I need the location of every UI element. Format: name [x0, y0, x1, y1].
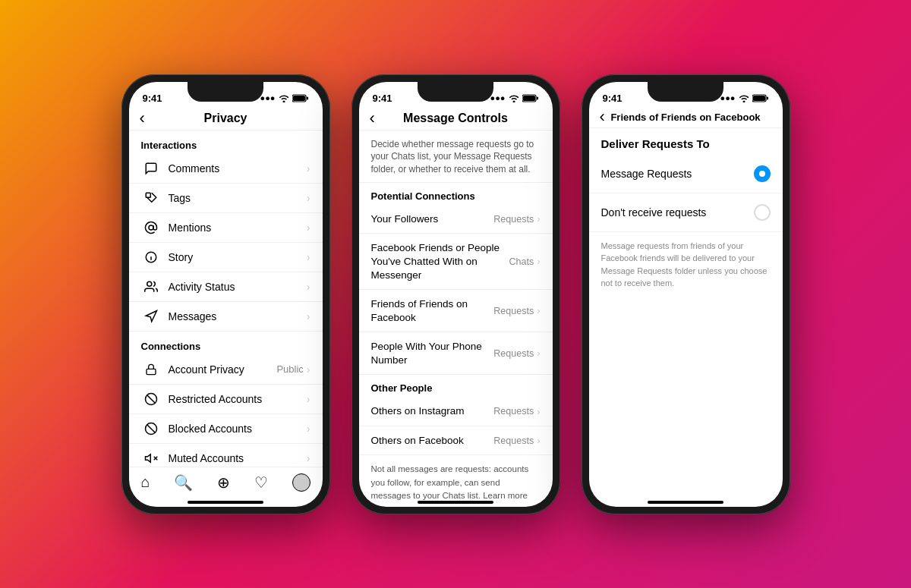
home-indicator-1 [188, 501, 263, 504]
back-button-1[interactable]: ‹ [140, 110, 145, 127]
activity-chevron: › [307, 281, 310, 293]
message-requests-radio[interactable] [754, 165, 771, 182]
restricted-label: Restricted Accounts [169, 393, 307, 405]
bottom-nav-1: ⌂ 🔍 ⊕ ♡ [129, 467, 323, 501]
activity-label: Activity Status [169, 281, 307, 293]
notch-2 [418, 82, 493, 102]
lock-icon [141, 363, 161, 376]
profile-nav-icon[interactable] [292, 473, 310, 492]
menu-item-tags[interactable]: Tags › [129, 184, 323, 213]
friends-of-friends-label: Friends of Friends on Facebook [371, 297, 494, 324]
status-icons-2: ●●● [490, 93, 539, 102]
tag-icon [141, 191, 161, 205]
messages-label: Messages [169, 310, 307, 322]
radio-item-dont-receive[interactable]: Don't receive requests [589, 193, 783, 232]
title-1: Privacy [204, 112, 247, 125]
phone-number-value: Requests [493, 348, 534, 359]
signal-icon-3: ●●● [720, 93, 736, 102]
nav-header-3: ‹ Friends of Friends on Facebook [589, 107, 783, 128]
time-3: 9:41 [603, 93, 623, 104]
menu-item-comments[interactable]: Comments › [129, 154, 323, 184]
screen-content-1: Interactions Comments › Tags › Mention [129, 130, 323, 467]
phone-number-chevron: › [537, 347, 540, 359]
search-nav-icon[interactable]: 🔍 [174, 473, 193, 492]
msg-item-phone-number[interactable]: People With Your Phone Number Requests › [359, 332, 553, 375]
svg-rect-24 [537, 96, 538, 99]
dont-receive-radio[interactable] [754, 204, 771, 221]
account-privacy-label: Account Privacy [169, 363, 277, 376]
svg-rect-26 [753, 96, 765, 101]
notch-3 [648, 82, 723, 102]
followers-value: Requests [493, 214, 534, 225]
title-3: Friends of Friends on Facebook [610, 112, 760, 123]
home-nav-icon[interactable]: ⌂ [140, 473, 150, 491]
add-nav-icon[interactable]: ⊕ [217, 473, 230, 492]
facebook-friends-value: Chats [509, 256, 534, 267]
muted-icon [141, 451, 161, 465]
restricted-chevron: › [307, 393, 310, 405]
menu-item-restricted[interactable]: Restricted Accounts › [129, 385, 323, 414]
back-button-2[interactable]: ‹ [370, 110, 375, 127]
svg-rect-2 [307, 96, 308, 99]
screen2-footer: Not all messages are requests: accounts … [359, 455, 553, 500]
msg-item-friends-of-friends[interactable]: Friends of Friends on Facebook Requests … [359, 290, 553, 332]
nav-header-1: ‹ Privacy [129, 107, 323, 130]
msg-item-others-instagram[interactable]: Others on Instagram Requests › [359, 397, 553, 426]
mention-icon [141, 221, 161, 234]
svg-line-12 [147, 424, 155, 432]
menu-item-blocked[interactable]: Blocked Accounts › [129, 414, 323, 444]
followers-label: Your Followers [371, 212, 494, 226]
story-chevron: › [307, 251, 310, 263]
account-privacy-value: Public [276, 363, 303, 375]
phone-2: 9:41 ●●● ‹ Message Controls Decide wheth… [351, 74, 560, 514]
svg-marker-13 [145, 454, 150, 462]
svg-point-4 [149, 225, 153, 230]
menu-item-mentions[interactable]: Mentions › [129, 213, 323, 243]
blocked-chevron: › [307, 423, 310, 435]
story-icon [141, 250, 161, 264]
battery-icon-2 [522, 94, 539, 102]
msg-item-facebook-friends[interactable]: Facebook Friends or People You've Chatte… [359, 234, 553, 290]
status-icons-3: ●●● [720, 93, 769, 102]
deliver-requests-header: Deliver Requests To [589, 128, 783, 155]
signal-icon-1: ●●● [260, 93, 276, 102]
comments-chevron: › [307, 162, 310, 175]
messages-chevron: › [307, 310, 310, 322]
muted-label: Muted Accounts [169, 452, 307, 464]
wifi-icon-2 [509, 94, 519, 102]
tags-chevron: › [307, 192, 310, 204]
mentions-label: Mentions [169, 222, 307, 234]
message-requests-label: Message Requests [601, 168, 754, 180]
mentions-chevron: › [307, 222, 310, 234]
radio-item-message-requests[interactable]: Message Requests [589, 155, 783, 193]
menu-item-activity[interactable]: Activity Status › [129, 272, 323, 302]
title-2: Message Controls [403, 112, 508, 125]
msg-item-followers[interactable]: Your Followers Requests › [359, 205, 553, 234]
messages-icon [141, 310, 161, 323]
menu-item-account-privacy[interactable]: Account Privacy Public › [129, 355, 323, 385]
restricted-icon [141, 392, 161, 406]
battery-icon-3 [752, 94, 769, 102]
phone-number-label: People With Your Phone Number [371, 340, 494, 366]
other-people-header: Other People [359, 375, 553, 397]
dont-receive-label: Don't receive requests [601, 206, 754, 219]
svg-marker-8 [146, 310, 156, 321]
screen-content-3: Deliver Requests To Message Requests Don… [589, 128, 783, 501]
svg-rect-23 [523, 96, 535, 101]
heart-nav-icon[interactable]: ♡ [254, 473, 268, 492]
message-controls-desc: Decide whether message requests go to yo… [359, 130, 553, 183]
tags-label: Tags [169, 192, 307, 204]
svg-rect-27 [767, 96, 768, 99]
menu-item-story[interactable]: Story › [129, 243, 323, 272]
facebook-friends-chevron: › [537, 256, 540, 267]
svg-rect-9 [147, 369, 156, 374]
menu-item-messages[interactable]: Messages › [129, 302, 323, 332]
others-facebook-value: Requests [493, 435, 534, 446]
back-button-3[interactable]: ‹ [600, 108, 605, 125]
home-indicator-3 [648, 501, 723, 504]
home-indicator-2 [418, 501, 493, 504]
menu-item-muted[interactable]: Muted Accounts › [129, 444, 323, 467]
msg-item-others-facebook[interactable]: Others on Facebook Requests › [359, 426, 553, 456]
facebook-friends-label: Facebook Friends or People You've Chatte… [371, 241, 509, 281]
screen3-note: Message requests from friends of your Fa… [589, 232, 783, 297]
